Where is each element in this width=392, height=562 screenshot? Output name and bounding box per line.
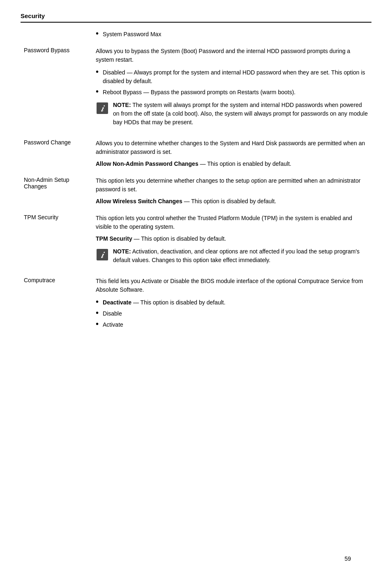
- list-item: • Disabled — Always prompt for the syste…: [96, 68, 368, 86]
- note-label: NOTE:: [113, 102, 131, 108]
- page-number: 59: [344, 555, 351, 562]
- top-bullet-list: • System Password Max: [96, 30, 368, 39]
- list-item: • System Password Max: [96, 30, 368, 39]
- bullet-text: Reboot Bypass — Bypass the password prom…: [103, 88, 368, 97]
- section-description: This option lets you control whether the…: [96, 214, 368, 231]
- section-desc-password-change: Allows you to determine whether changes …: [92, 135, 371, 172]
- content-table: • System Password Max Password Bypass Al…: [21, 23, 371, 336]
- bullet-icon: •: [96, 67, 99, 76]
- section-desc-computrace: This field lets you Activate or Disable …: [92, 273, 371, 336]
- section-label-password-bypass: Password Bypass: [21, 43, 92, 135]
- list-item: • Reboot Bypass — Bypass the password pr…: [96, 88, 368, 97]
- section-label-non-admin: Non-Admin Setup Changes: [21, 172, 92, 210]
- bullet-text: Disable: [103, 309, 368, 318]
- page-title: Security: [21, 12, 45, 19]
- table-row: Non-Admin Setup Changes This option lets…: [21, 172, 371, 210]
- section-description: This option lets you determine whether c…: [96, 176, 368, 194]
- bold-line: Allow Wireless Switch Changes — This opt…: [96, 197, 368, 206]
- note-content: The system will always prompt for the sy…: [113, 102, 368, 125]
- bullet-icon: •: [96, 320, 99, 328]
- bullet-list: • Deactivate — This option is disabled b…: [96, 298, 368, 329]
- section-desc-password-bypass: Allows you to bypass the System (Boot) P…: [92, 43, 371, 135]
- bullet-icon: •: [96, 309, 99, 317]
- table-row: Computrace This field lets you Activate …: [21, 273, 371, 336]
- page-header: Security: [21, 12, 371, 23]
- top-bullet-desc: • System Password Max: [92, 23, 371, 43]
- list-item: • Deactivate — This option is disabled b…: [96, 298, 368, 307]
- note-text: NOTE: The system will always prompt for …: [113, 101, 368, 127]
- list-item: • Disable: [96, 309, 368, 318]
- note-box: 𝒊 NOTE: The system will always prompt fo…: [96, 101, 368, 127]
- bullet-icon: •: [96, 29, 99, 37]
- note-content: Activation, deactivation, and clear opti…: [113, 248, 360, 263]
- bold-line: TPM Security — This option is disabled b…: [96, 235, 368, 243]
- note-icon: 𝒊: [96, 248, 109, 261]
- section-label-tpm: TPM Security: [21, 210, 92, 273]
- section-desc-non-admin: This option lets you determine whether c…: [92, 172, 371, 210]
- note-label: NOTE:: [113, 248, 131, 255]
- note-box: 𝒊 NOTE: Activation, deactivation, and cl…: [96, 247, 368, 265]
- bullet-icon: •: [96, 297, 99, 306]
- note-text: NOTE: Activation, deactivation, and clea…: [113, 247, 368, 265]
- section-desc-tpm: This option lets you control whether the…: [92, 210, 371, 273]
- top-bullet-label: [21, 23, 92, 43]
- bullet-icon: •: [96, 87, 99, 95]
- bold-line: Allow Non-Admin Password Changes — This …: [96, 160, 368, 168]
- section-label-computrace: Computrace: [21, 273, 92, 336]
- note-icon: 𝒊: [96, 102, 109, 115]
- bullet-text: Disabled — Always prompt for the system …: [103, 68, 368, 86]
- table-row: Password Change Allows you to determine …: [21, 135, 371, 172]
- top-bullet-row: • System Password Max: [21, 23, 371, 43]
- bullet-text: Activate: [103, 320, 368, 329]
- bullet-text: Deactivate — This option is disabled by …: [103, 298, 368, 307]
- section-description: Allows you to bypass the System (Boot) P…: [96, 47, 368, 64]
- bullet-text: System Password Max: [103, 30, 368, 39]
- section-description: This field lets you Activate or Disable …: [96, 277, 368, 294]
- section-description: Allows you to determine whether changes …: [96, 139, 368, 156]
- table-row: Password Bypass Allows you to bypass the…: [21, 43, 371, 135]
- table-row: TPM Security This option lets you contro…: [21, 210, 371, 273]
- section-label-password-change: Password Change: [21, 135, 92, 172]
- bullet-list: • Disabled — Always prompt for the syste…: [96, 68, 368, 97]
- list-item: • Activate: [96, 320, 368, 329]
